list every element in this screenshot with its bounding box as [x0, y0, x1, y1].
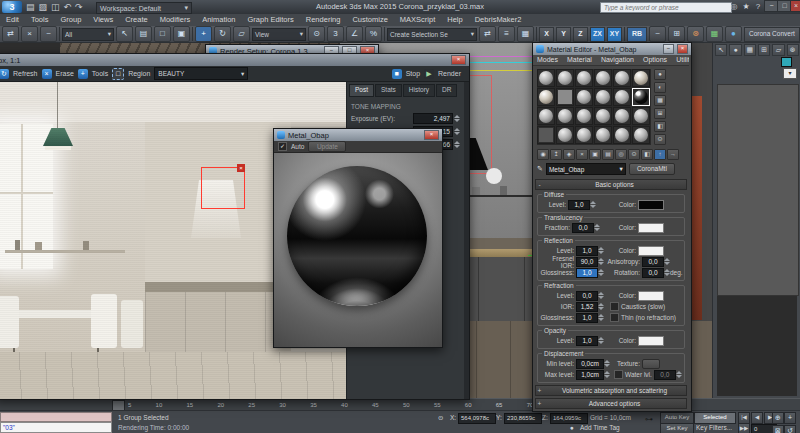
modifier-stack[interactable]	[717, 84, 799, 296]
tools-label[interactable]: Tools	[92, 70, 108, 77]
render-icon[interactable]: ▶	[424, 69, 434, 79]
basic-options-rollout[interactable]: - Basic options	[535, 179, 687, 190]
spinner[interactable]	[676, 370, 682, 379]
material-slot[interactable]	[594, 88, 612, 106]
material-slot[interactable]	[594, 69, 612, 87]
rotation-field[interactable]: 0,0	[642, 268, 664, 278]
rendered-frame-icon[interactable]: ▦	[706, 26, 723, 42]
vfb-titlebar[interactable]: px, 1:1 ×	[0, 54, 469, 66]
material-slot[interactable]	[632, 126, 650, 144]
ior-field[interactable]: 1,52	[576, 302, 598, 312]
region-label[interactable]: Region	[128, 70, 150, 77]
material-editor-titlebar[interactable]: Material Editor - Metal_Obap − ×	[533, 43, 691, 55]
show-end-result-icon[interactable]: ◧	[641, 149, 653, 160]
schematic-view-icon[interactable]: ⊞	[668, 26, 685, 42]
menu-tools[interactable]: Tools	[25, 14, 55, 26]
thin-checkbox[interactable]	[610, 313, 619, 322]
axis-xy-button[interactable]: XY	[607, 27, 622, 42]
close-button[interactable]: ×	[790, 0, 800, 12]
refresh-label[interactable]: Refresh	[13, 70, 38, 77]
menu-views[interactable]: Views	[87, 14, 119, 26]
material-slot[interactable]	[556, 88, 574, 106]
background-icon[interactable]: ▦	[654, 95, 666, 106]
refresh-icon[interactable]: ↻	[0, 69, 9, 79]
show-map-icon[interactable]: ⊙	[628, 149, 640, 160]
fresnel-field[interactable]: 90,0	[576, 257, 598, 267]
tab-stats[interactable]: Stats	[375, 84, 402, 97]
material-slot[interactable]	[556, 126, 574, 144]
angle-snap-icon[interactable]: ∠	[346, 26, 363, 42]
unlink-icon[interactable]: ×	[21, 26, 38, 42]
sample-type-icon[interactable]: ●	[654, 69, 666, 80]
render-setup-icon[interactable]: ⊛	[687, 26, 704, 42]
update-button[interactable]: Update	[308, 141, 346, 152]
caustics-checkbox[interactable]	[610, 302, 619, 311]
render-region-box[interactable]	[201, 167, 245, 209]
tiling-icon[interactable]: ⊞	[654, 108, 666, 119]
go-to-sibling-icon[interactable]: →	[667, 149, 679, 160]
tab-post[interactable]: Post	[349, 84, 374, 97]
spinner[interactable]	[598, 313, 604, 322]
crossing-icon[interactable]: ▣	[173, 26, 190, 42]
region-close-icon[interactable]: ×	[237, 164, 245, 172]
tab-history[interactable]: History	[403, 84, 435, 97]
maximize-viewport-icon[interactable]: ⊠	[772, 425, 784, 433]
star-icon[interactable]: ★	[740, 1, 752, 12]
reset-map-icon[interactable]: ×	[576, 149, 588, 160]
menu-modes[interactable]: Modes	[533, 55, 562, 65]
menu-debrismaker[interactable]: DebrisMaker2	[469, 14, 528, 26]
region-icon[interactable]: □	[112, 68, 124, 80]
material-slot[interactable]	[537, 126, 555, 144]
mirror-icon[interactable]: ⇄	[479, 26, 496, 42]
refraction-glossiness-field[interactable]: 1,0	[576, 313, 598, 323]
create-tab-icon[interactable]: ↖	[715, 44, 727, 56]
lock-selection-icon[interactable]: ⊙	[438, 414, 443, 422]
menu-modifiers[interactable]: Modifiers	[154, 14, 196, 26]
scale-icon[interactable]: ▱	[233, 26, 250, 42]
options-icon[interactable]: ⊙	[654, 134, 666, 145]
menu-graph-editors[interactable]: Graph Editors	[242, 14, 300, 26]
rb-button[interactable]: RB	[627, 27, 647, 42]
menu-edit[interactable]: Edit	[0, 14, 25, 26]
rotate-icon[interactable]: ↻	[214, 26, 231, 42]
tools-icon[interactable]: +	[78, 69, 88, 79]
corona-convert-button[interactable]: Corona Convert	[744, 27, 800, 42]
material-slot[interactable]	[537, 107, 555, 125]
fraction-field[interactable]: 0,0	[572, 223, 594, 233]
material-slot-selected[interactable]	[632, 88, 650, 106]
put-to-library-icon[interactable]: ▤	[602, 149, 614, 160]
refraction-color-swatch[interactable]	[638, 291, 664, 301]
reference-coordinate-dropdown[interactable]: View ▾	[252, 28, 306, 41]
selected-dropdown[interactable]: Selected	[694, 412, 736, 424]
refraction-level-field[interactable]: 0,0	[576, 291, 598, 301]
snap-toggle-icon[interactable]: 3	[327, 26, 344, 42]
menu-rendering[interactable]: Rendering	[300, 14, 347, 26]
axis-zx-button[interactable]: ZX	[590, 27, 605, 42]
spinner[interactable]	[454, 114, 460, 123]
material-slot[interactable]	[632, 107, 650, 125]
menu-customize[interactable]: Customize	[346, 14, 393, 26]
assign-material-icon[interactable]: ◈	[563, 149, 575, 160]
selection-filter-dropdown[interactable]: All ▾	[62, 28, 114, 41]
menu-help[interactable]: Help	[441, 14, 468, 26]
material-id-icon[interactable]: ◎	[615, 149, 627, 160]
save-icon[interactable]: ◫	[51, 1, 60, 13]
spinner[interactable]	[664, 257, 670, 266]
set-key-button[interactable]: Set Key	[660, 423, 694, 433]
object-color-swatch[interactable]	[781, 57, 792, 67]
spinner[interactable]	[454, 127, 460, 136]
key-filters-button[interactable]: Key Filters...	[696, 424, 732, 431]
reflection-level-field[interactable]: 1,0	[576, 246, 598, 256]
motion-tab-icon[interactable]: ⊞	[758, 44, 770, 56]
reflection-color-swatch[interactable]	[638, 246, 664, 256]
glossiness-field[interactable]: 1,0	[576, 268, 598, 278]
erase-label[interactable]: Erase	[56, 70, 74, 77]
pan-icon[interactable]: +	[784, 412, 796, 424]
undo-icon[interactable]: ↶	[64, 1, 72, 13]
tab-dr[interactable]: DR	[436, 84, 457, 97]
pick-material-icon[interactable]: ✎	[537, 165, 543, 173]
display-tab-icon[interactable]: ▱	[772, 44, 784, 56]
material-slot[interactable]	[575, 107, 593, 125]
axis-x-button[interactable]: X	[539, 27, 554, 42]
material-slot[interactable]	[594, 107, 612, 125]
